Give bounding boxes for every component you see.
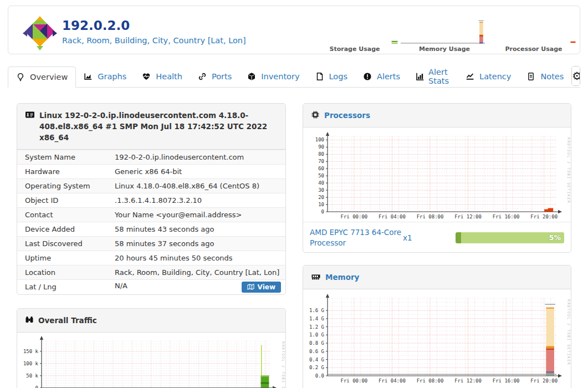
table-row: HardwareGeneric x86 64-bit: [17, 165, 285, 179]
health-icon: [142, 72, 152, 81]
table-row: Operating SystemLinux 4.18.0-408.el8.x86…: [17, 179, 285, 193]
tab-inventory[interactable]: Inventory: [239, 66, 307, 87]
system-title: Linux 192-0-2-0.ip.linodeusercontent.com…: [39, 110, 278, 143]
svg-text:Fri 16:00: Fri 16:00: [493, 378, 520, 384]
device-title[interactable]: 192.0.2.0: [62, 18, 130, 33]
svg-text:80: 80: [318, 151, 324, 157]
svg-text:Fri 04:00: Fri 04:00: [379, 214, 406, 219]
svg-text:50: 50: [318, 173, 324, 178]
processors-panel: Processors 0102030405060708090100Fri 00:…: [303, 103, 571, 253]
svg-text:Fri 12:00: Fri 12:00: [454, 214, 482, 219]
overall-traffic-panel: Overall Traffic 050 k100 k150 kRRDTOOL /…: [17, 308, 286, 388]
latency-icon: [466, 72, 475, 81]
storage-usage-minichart[interactable]: [391, 38, 398, 46]
map-icon: [247, 284, 254, 290]
svg-text:90: 90: [318, 144, 324, 150]
tab-overview[interactable]: Overview: [8, 67, 76, 88]
gear-icon[interactable]: ⚙: [572, 67, 580, 85]
latlng-value: N/A: [115, 282, 127, 290]
svg-text:0.2 G: 0.2 G: [309, 365, 324, 370]
svg-text:Fri 00:00: Fri 00:00: [341, 214, 368, 219]
tab-notes[interactable]: Notes: [519, 66, 571, 87]
processor-row: AMD EPYC 7713 64-Core Processor x1 5%: [303, 222, 571, 253]
svg-text:1.4 G: 1.4 G: [309, 316, 324, 321]
processors-graph[interactable]: 0102030405060708090100Fri 00:00Fri 04:00…: [303, 127, 571, 222]
memory-usage-label: Memory Usage: [411, 45, 478, 53]
svg-text:60: 60: [318, 166, 324, 171]
tab-health[interactable]: Health: [134, 66, 190, 87]
table-row: Lat / Lng N/A View: [17, 280, 285, 294]
processor-usage-label: Processor Usage: [500, 45, 567, 53]
processors-panel-title: Processors: [324, 110, 370, 121]
tab-ports[interactable]: Ports: [190, 66, 239, 87]
svg-text:1.0 G: 1.0 G: [309, 332, 324, 338]
device-header-card: 192.0.2.0 Rack, Room, Building, City, Co…: [8, 6, 580, 54]
view-map-button[interactable]: View: [242, 282, 281, 293]
system-panel-header: Linux 192-0-2-0.ip.linodeusercontent.com…: [17, 104, 285, 150]
table-row: Uptime20 hours 45 minutes 50 seconds: [17, 251, 285, 266]
ports-icon: [198, 72, 208, 81]
centos-logo: [25, 18, 55, 48]
processor-usage-fill: [456, 232, 461, 243]
svg-text:1.2 G: 1.2 G: [309, 324, 324, 330]
device-tabbar: Overview Graphs Health Ports Inventory L…: [8, 67, 580, 88]
svg-text:Fri 16:00: Fri 16:00: [493, 214, 520, 219]
memory-panel-header[interactable]: Memory: [303, 266, 571, 289]
svg-text:100: 100: [315, 137, 324, 142]
lightbulb-icon: [16, 73, 26, 81]
svg-text:0: 0: [35, 385, 38, 388]
svg-text:0.8 G: 0.8 G: [309, 340, 324, 346]
svg-text:Fri 00:00: Fri 00:00: [341, 378, 368, 384]
svg-text:Fri 20:00: Fri 20:00: [530, 378, 558, 384]
svg-text:40: 40: [318, 180, 324, 186]
svg-text:50 k: 50 k: [26, 373, 38, 379]
tab-logs[interactable]: Logs: [308, 66, 355, 87]
table-row: LocationRack, Room, Building, City, Coun…: [17, 266, 285, 280]
memory-panel-title: Memory: [325, 272, 359, 283]
inventory-icon: [247, 72, 257, 81]
svg-text:150 k: 150 k: [23, 349, 39, 354]
tab-label: Graphs: [98, 72, 126, 81]
alerts-icon: [363, 72, 373, 81]
svg-text:20: 20: [318, 195, 324, 200]
device-location-link[interactable]: Rack, Room, Building, City, Country [Lat…: [62, 36, 246, 45]
traffic-panel-title: Overall Traffic: [38, 315, 97, 326]
table-row: Device Added58 minutes 43 seconds ago: [17, 222, 285, 237]
overall-traffic-graph[interactable]: 050 k100 k150 kRRDTOOL / TOBI OETIKER: [17, 333, 285, 388]
microchip-icon: [311, 110, 320, 119]
processor-name-link[interactable]: AMD EPYC 7713 64-Core Processor: [310, 227, 403, 248]
view-button-label: View: [258, 283, 275, 291]
address-card-icon: [25, 110, 35, 119]
storage-usage-label: Storage Usage: [321, 45, 388, 53]
tab-label: Health: [156, 72, 182, 81]
tab-label: Ports: [212, 72, 232, 81]
system-info-panel: Linux 192-0-2-0.ip.linodeusercontent.com…: [17, 103, 286, 295]
svg-text:RRDTOOL / TOBI OETIKER: RRDTOOL / TOBI OETIKER: [281, 341, 285, 388]
memory-usage-minichart[interactable]: [400, 18, 485, 45]
tab-latency[interactable]: Latency: [458, 66, 519, 87]
svg-text:70: 70: [318, 159, 324, 164]
svg-text:100 k: 100 k: [23, 361, 39, 366]
tab-label: Logs: [329, 72, 347, 81]
graphs-icon: [84, 72, 94, 81]
binoculars-icon: [25, 315, 34, 324]
alert-stats-icon: [416, 72, 425, 81]
memory-graph[interactable]: 0.00.2 G0.4 G0.6 G0.8 G1.0 G1.2 G1.4 G1.…: [303, 289, 571, 386]
tab-alert-stats[interactable]: Alert Stats: [408, 66, 458, 87]
svg-text:Fri 12:00: Fri 12:00: [454, 378, 482, 384]
tab-graphs[interactable]: Graphs: [76, 66, 134, 87]
svg-text:Fri 04:00: Fri 04:00: [379, 378, 406, 384]
svg-text:0.6 G: 0.6 G: [309, 349, 324, 354]
table-row: Object ID.1.3.6.1.4.1.8072.3.2.10: [17, 193, 285, 208]
svg-text:Fri 20:00: Fri 20:00: [530, 214, 558, 219]
tab-alerts[interactable]: Alerts: [355, 66, 408, 87]
processor-usage-bar: 5%: [456, 232, 564, 243]
svg-text:0: 0: [321, 209, 324, 215]
tab-actions-group: ⚙ ⋮: [571, 66, 580, 86]
processors-panel-header[interactable]: Processors: [303, 104, 571, 127]
processor-usage-minichart[interactable]: [570, 39, 576, 45]
processor-usage-percent: 5%: [549, 232, 561, 243]
tab-label: Overview: [30, 73, 68, 81]
table-row: ContactYour Name <your@email.address>: [17, 208, 285, 222]
tab-label: Alert Stats: [428, 68, 450, 85]
